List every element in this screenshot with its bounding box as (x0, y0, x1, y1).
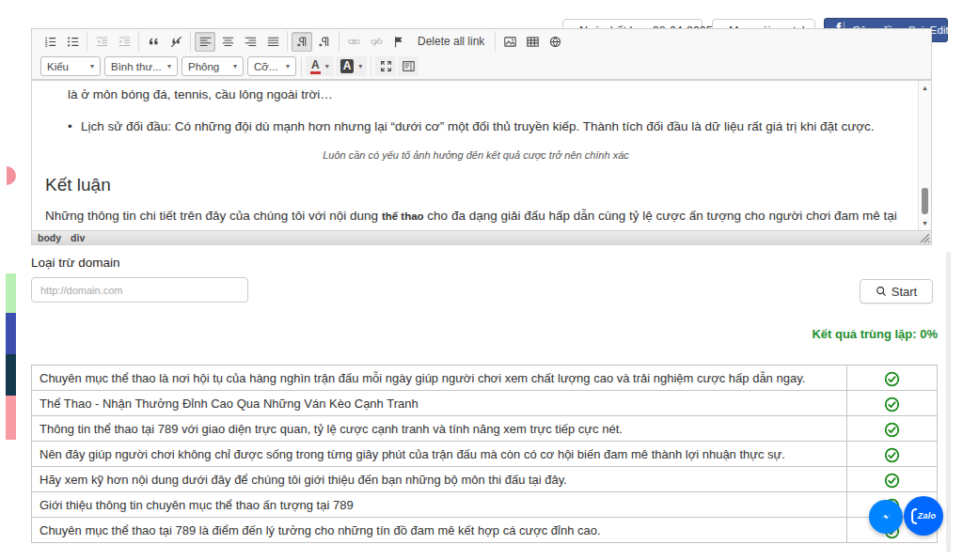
align-justify-button[interactable] (262, 32, 283, 52)
size-dropdown[interactable]: Cỡ... ▾ (247, 56, 296, 76)
zalo-chat-button[interactable]: Zalo (904, 496, 943, 536)
editor-resize-handle[interactable] (920, 233, 930, 243)
table-row: Hãy xem kỹ hơn nội dung dưới đây để chún… (32, 467, 938, 492)
exclude-domain-input[interactable] (31, 277, 248, 303)
result-status-cell (847, 366, 938, 391)
numbered-list-icon (44, 36, 56, 48)
text-color-button[interactable]: A ▾ (306, 56, 334, 76)
align-right-icon (245, 36, 257, 48)
style-dropdown[interactable]: Kiểu ▾ (40, 56, 101, 76)
color-strip-pink (6, 396, 16, 440)
delete-all-link-button[interactable]: Delete all link (411, 32, 491, 52)
blockquote-remove-button[interactable] (166, 32, 186, 52)
unlink-button (366, 32, 387, 52)
spineditor-page: Ngày hết hạn 28-04-2025 Mua gói captcha … (0, 0, 963, 560)
resize-grip-icon (920, 233, 930, 243)
scroll-up-icon[interactable]: ▲ (919, 82, 931, 94)
background-color-icon: A (340, 59, 355, 73)
bidi-ltr-icon (296, 36, 308, 48)
zalo-icon: Zalo (911, 508, 936, 524)
result-text-cell: Thể Thao - Nhận Thưởng Đỉnh Cao Qua Nhữn… (32, 391, 847, 416)
show-blocks-button[interactable] (398, 56, 418, 76)
table-button[interactable] (522, 32, 543, 52)
result-text-cell: Thông tin thể thao tại 789 với giao diện… (32, 416, 847, 442)
editor-scrollbar[interactable]: ▲ ▼ (918, 81, 931, 230)
conclusion-paragraph: Những thông tin chi tiết trên đây của ch… (45, 205, 907, 231)
check-circle-icon (884, 371, 900, 387)
duplicate-result-text: Kết quả trùng lặp: 0% (812, 327, 938, 341)
blockquote-remove-icon (170, 36, 182, 48)
editor-text-line: là ở môn bóng đá, tennis, cầu lông ngoài… (68, 86, 907, 104)
chevron-down-icon: ▾ (286, 62, 290, 70)
size-dropdown-label: Cỡ... (254, 61, 277, 72)
check-circle-icon (884, 422, 900, 438)
chevron-down-icon: ▾ (167, 62, 171, 70)
outdent-button (91, 32, 112, 52)
indent-button (114, 32, 134, 52)
spin-results-table: Chuyên mục thể thao là nơi hội tụ của hà… (31, 365, 938, 543)
result-text-cell: Giới thiệu thông tin chuyên mục thể thao… (32, 492, 847, 518)
table-icon (527, 36, 539, 48)
table-row: Nên đây giúp người chơi không chỉ được s… (32, 442, 938, 467)
editor-toolbar-row2: Kiểu ▾ Bình thư... ▾ Phông ▾ Cỡ... ▾ (32, 54, 931, 80)
format-dropdown[interactable]: Bình thư... ▾ (104, 56, 178, 76)
align-right-button[interactable] (240, 32, 260, 52)
maximize-button[interactable] (375, 56, 396, 76)
show-blocks-icon (403, 60, 415, 72)
result-status-cell (847, 442, 938, 467)
outdent-icon (96, 36, 108, 48)
element-path-bar: body div (32, 230, 931, 244)
result-status-cell (847, 416, 938, 442)
bullet-text: Lịch sử đối đầu: Có những đội dù mạnh hơ… (81, 119, 875, 133)
chevron-down-icon: ▾ (358, 62, 362, 70)
side-tab-handle[interactable] (7, 166, 16, 185)
align-center-button[interactable] (217, 32, 238, 52)
messenger-icon (876, 507, 895, 526)
scrollbar-thumb[interactable] (922, 188, 928, 214)
indent-icon (118, 36, 131, 48)
bullet-marker: • (68, 117, 72, 136)
image-button[interactable] (499, 32, 520, 52)
chevron-down-icon: ▾ (233, 62, 237, 70)
search-icon (876, 286, 887, 297)
font-dropdown-label: Phông (188, 61, 219, 72)
check-circle-icon (884, 397, 900, 412)
anchor-flag-button[interactable] (388, 32, 409, 52)
bulleted-list-button[interactable] (62, 32, 83, 52)
table-row: Chuyên mục thể thao tại 789 là điểm đến … (32, 518, 938, 543)
keyword-highlight: thể thao (382, 210, 424, 222)
style-dropdown-label: Kiểu (47, 61, 69, 72)
background-color-button[interactable]: A ▾ (336, 56, 368, 76)
result-text-cell: Nên đây giúp người chơi không chỉ được s… (32, 442, 847, 467)
result-text-cell: Chuyên mục thể thao tại 789 là điểm đến … (32, 518, 847, 543)
check-circle-icon (884, 447, 900, 463)
bidi-rtl-icon (319, 36, 331, 48)
color-strip-indigo (6, 313, 16, 354)
table-row: Chuyên mục thể thao là nơi hội tụ của hà… (32, 366, 938, 391)
numbered-list-button[interactable] (39, 32, 60, 52)
messenger-chat-button[interactable] (869, 500, 903, 534)
path-element-div[interactable]: div (71, 232, 85, 243)
editor-content-area[interactable]: là ở môn bóng đá, tennis, cầu lông ngoài… (32, 80, 931, 230)
align-left-button[interactable] (195, 32, 215, 52)
editor-bullet-item: • Lịch sử đối đầu: Có những đội dù mạnh … (68, 117, 907, 136)
iframe-globe-button[interactable] (545, 32, 565, 52)
align-center-icon (222, 36, 234, 48)
start-button-label: Start (892, 285, 917, 299)
page-scrollbar[interactable] (946, 252, 951, 552)
start-button[interactable]: Start (860, 279, 933, 303)
result-status-cell (847, 391, 938, 416)
check-circle-icon (884, 473, 900, 489)
link-button (343, 32, 364, 52)
chevron-down-icon: ▾ (90, 62, 94, 70)
font-dropdown[interactable]: Phông ▾ (182, 56, 244, 76)
path-element-body[interactable]: body (38, 232, 61, 243)
bulleted-list-icon (67, 36, 79, 48)
blockquote-button[interactable] (143, 32, 164, 52)
scroll-down-icon[interactable]: ▼ (919, 217, 931, 229)
result-status-cell (847, 467, 938, 492)
bidi-rtl-button[interactable] (314, 32, 335, 52)
align-justify-icon (267, 36, 279, 48)
bidi-ltr-button[interactable] (292, 32, 312, 52)
color-strip-navy (6, 354, 16, 396)
